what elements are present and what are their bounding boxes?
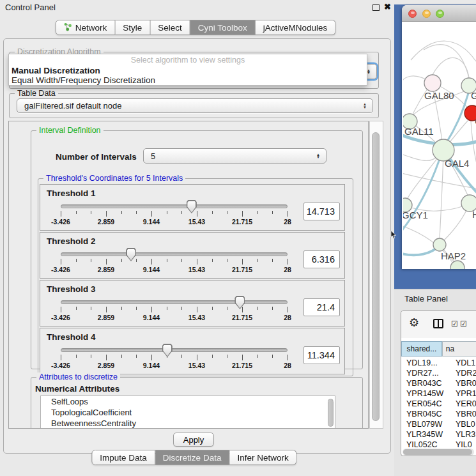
table-row-ybr045c[interactable]: YBR045CYBR0 (401, 409, 476, 419)
network-edge[interactable] (403, 151, 442, 234)
close-icon[interactable]: ✖ (384, 2, 391, 12)
major-tick (197, 211, 197, 217)
network-edge[interactable] (411, 41, 476, 61)
tab-label: Cyni Toolbox (198, 23, 247, 33)
network-edge[interactable] (403, 153, 438, 161)
minor-tick (227, 355, 227, 358)
minor-tick (227, 211, 227, 214)
tick-label: 2.859 (88, 266, 124, 273)
tab-jactivemnodules[interactable]: jActiveMNodules (256, 20, 336, 35)
zoom-window-icon[interactable] (436, 10, 444, 18)
network-node-gal80[interactable] (424, 75, 441, 91)
table-row-ybl079w[interactable]: YBL079WYBL0 (401, 419, 476, 429)
panel-scrollbar-thumb[interactable] (372, 132, 380, 421)
tab-select[interactable]: Select (150, 20, 190, 35)
tab-label: Network (75, 23, 107, 33)
table-hscrollbar[interactable] (403, 449, 474, 456)
network-edge[interactable] (445, 93, 468, 144)
tick-label: 9.144 (134, 266, 169, 273)
bottom-tab-discretize-data[interactable]: Discretize Data (155, 450, 230, 465)
checkbox-checked-icon[interactable]: ☑ (460, 319, 468, 328)
major-tick (288, 259, 288, 265)
table-row-ylr345w[interactable]: YLR345WYLR3 (401, 429, 476, 440)
gear-icon[interactable]: ⚙ (409, 316, 419, 330)
cell-name: YPR1 (453, 388, 476, 399)
table-data-combo[interactable]: galFiltered.sif default node ▲▼ (17, 98, 373, 113)
algorithm-option-manual-discretization[interactable]: Manual Discretization (9, 66, 367, 75)
numerical-attributes-list[interactable]: SelfLoopsTopologicalCoefficientBetweenne… (40, 395, 335, 429)
table-row-ydl19[interactable]: YDL19...YDL1 (401, 358, 476, 368)
tab-cyni-toolbox[interactable]: Cyni Toolbox (190, 20, 256, 35)
column-layout-icon[interactable] (433, 319, 443, 328)
threshold-value-field[interactable] (303, 250, 340, 268)
tab-network[interactable]: Network (56, 20, 116, 35)
number-of-intervals-combo[interactable]: 5 ▲▼ (143, 148, 326, 164)
threshold-value-field[interactable] (303, 298, 340, 316)
threshold-value-field[interactable] (303, 346, 340, 364)
table-row-ybr043c[interactable]: YBR043CYBR0 (401, 378, 476, 388)
algorithm-option-equal-width-frequency-discretization[interactable]: Equal Width/Frequency Discretization (9, 75, 367, 85)
threshold-value-field[interactable] (303, 203, 340, 220)
network-edge[interactable] (424, 45, 469, 78)
thresholds-group: Threshold's Coordinates for 5 Intervals … (38, 178, 353, 376)
panel-scrollbar-track[interactable] (369, 121, 383, 429)
table-header-row: shared... na (401, 341, 476, 357)
bottom-tab-impute-data[interactable]: Impute Data (91, 450, 155, 465)
network-edge[interactable] (440, 150, 443, 239)
tab-style[interactable]: Style (115, 20, 150, 35)
threshold-row-4: Threshold 4-3.4262.8599.14415.4321.71528 (40, 328, 345, 374)
table-data-combo-value: galFiltered.sif default node (17, 101, 360, 111)
tick-label: 9.144 (134, 362, 169, 369)
cell-shared-name: YER054C (401, 399, 453, 409)
cell-shared-name: YPR145W (401, 388, 453, 399)
table-rows: YDL19...YDL1YDR27...YDR2YBR043CYBR0YPR14… (401, 358, 476, 450)
network-window: GAL80GCGAL11GAL4GCY1HHAP2 (402, 5, 476, 269)
network-edge[interactable] (403, 246, 438, 255)
tick-label: 15.43 (179, 362, 215, 369)
table-row-yer054c[interactable]: YER054CYER0 (401, 399, 476, 409)
tick-label: 21.715 (224, 266, 260, 273)
major-tick (151, 259, 152, 265)
slider-thumb[interactable] (162, 344, 173, 357)
minor-tick (272, 259, 273, 262)
slider-track[interactable] (61, 252, 288, 256)
minor-tick (227, 259, 227, 262)
close-window-icon[interactable] (408, 10, 417, 18)
slider-thumb[interactable] (126, 248, 136, 261)
column-header-name[interactable]: na (442, 341, 476, 357)
table-row-ypr145w[interactable]: YPR145WYPR1 (401, 388, 476, 399)
number-of-intervals-value: 5 (144, 151, 314, 161)
slider-track[interactable] (61, 204, 288, 208)
apply-button[interactable]: Apply (173, 433, 214, 447)
slider-thumb[interactable] (187, 200, 197, 213)
list-scrollbar-thumb[interactable] (328, 399, 334, 427)
tick-label: 15.43 (179, 266, 215, 273)
major-tick (288, 307, 288, 312)
network-canvas[interactable]: GAL80GCGAL11GAL4GCY1HHAP2 (403, 22, 476, 269)
cell-name: YBR0 (453, 378, 476, 388)
table-row-ydr27[interactable]: YDR27...YDR2 (401, 368, 476, 378)
network-window-titlebar[interactable] (402, 5, 476, 22)
slider-track[interactable] (61, 300, 288, 304)
network-edge[interactable] (471, 121, 476, 175)
minor-tick (212, 259, 213, 262)
attribute-item-topologicalcoefficient[interactable]: TopologicalCoefficient (41, 407, 335, 418)
network-edge[interactable] (433, 58, 469, 78)
attribute-item-betweennesscentrality[interactable]: BetweennessCentrality (41, 418, 335, 429)
tick-label: 21.715 (224, 362, 260, 369)
tick-label: 28 (270, 218, 305, 226)
minor-tick (136, 259, 137, 262)
network-node-hap2[interactable] (433, 238, 446, 251)
checkbox-checked-icon[interactable]: ☑ (451, 319, 459, 328)
column-header-shared-name[interactable]: shared... (401, 341, 442, 357)
slider-track[interactable] (61, 348, 288, 352)
slider-thumb[interactable] (234, 296, 245, 309)
float-window-icon[interactable] (372, 4, 380, 11)
minor-tick (167, 307, 167, 310)
minor-tick (136, 307, 137, 310)
table-hscrollbar-thumb[interactable] (403, 449, 472, 455)
attribute-item-selfloops[interactable]: SelfLoops (41, 396, 335, 407)
bottom-tab-infer-network[interactable]: Infer Network (229, 450, 296, 465)
minimize-window-icon[interactable] (422, 10, 431, 18)
network-icon (64, 22, 72, 33)
